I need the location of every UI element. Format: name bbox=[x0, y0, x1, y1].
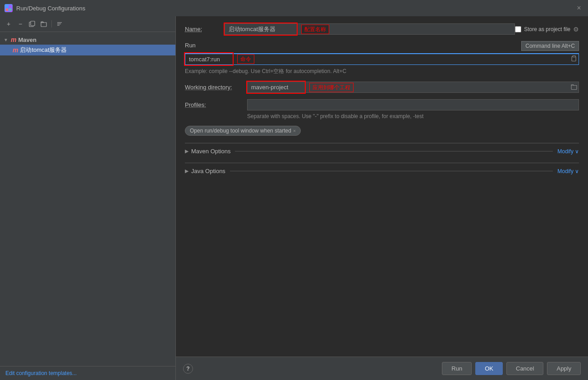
working-dir-row: Working directory: 应用到哪个工程 bbox=[185, 82, 579, 93]
remove-config-button[interactable]: − bbox=[15, 19, 25, 29]
tag-chip-label: Open run/debug tool window when started bbox=[190, 128, 291, 134]
maven-item-icon: m bbox=[13, 46, 18, 54]
command-input-wrap: 命令 bbox=[185, 53, 579, 65]
window-title: Run/Debug Configurations bbox=[16, 5, 85, 12]
java-options-section: ▶ Java Options Modify ∨ bbox=[185, 163, 579, 179]
apply-button[interactable]: Apply bbox=[547, 362, 581, 375]
profiles-hint: Separate with spaces. Use "-" prefix to … bbox=[185, 113, 579, 119]
right-panel: Name: 配置名称 Store as project file ⚙ Run bbox=[176, 16, 588, 380]
run-button[interactable]: Run bbox=[442, 362, 472, 375]
tree-item-tomcat-label: 启动tomcat服务器 bbox=[20, 46, 67, 54]
svg-rect-5 bbox=[31, 21, 35, 26]
java-options-label: Java Options bbox=[191, 168, 225, 174]
svg-rect-0 bbox=[6, 5, 8, 8]
tree-group-maven: ▼ m Maven m 启动tomcat服务器 bbox=[0, 34, 175, 56]
working-dir-input-wrap: 应用到哪个工程 bbox=[247, 82, 579, 93]
working-dir-annotation: 应用到哪个工程 bbox=[309, 82, 354, 92]
app-icon bbox=[5, 4, 13, 12]
tree-item-tomcat[interactable]: m 启动tomcat服务器 bbox=[0, 45, 175, 55]
config-tree: ▼ m Maven m 启动tomcat服务器 bbox=[0, 32, 175, 366]
collapse-chevron-icon: ▶ bbox=[185, 148, 188, 154]
run-section-title: Run bbox=[185, 42, 196, 49]
browse-icon[interactable] bbox=[571, 83, 577, 91]
store-project-row: Store as project file ⚙ bbox=[515, 26, 579, 33]
toolbar: + − bbox=[0, 16, 175, 32]
paste-icon[interactable] bbox=[571, 55, 577, 63]
title-bar: Run/Debug Configurations × bbox=[0, 0, 588, 16]
name-input[interactable] bbox=[225, 23, 515, 35]
ok-button[interactable]: OK bbox=[475, 362, 503, 375]
working-dir-input[interactable] bbox=[247, 82, 579, 93]
name-field-label: Name: bbox=[185, 26, 221, 32]
main-area: + − bbox=[0, 16, 588, 380]
svg-rect-3 bbox=[9, 9, 11, 11]
java-options-modify-button[interactable]: Modify ∨ bbox=[557, 168, 579, 174]
svg-rect-1 bbox=[9, 5, 11, 8]
svg-rect-10 bbox=[573, 56, 575, 57]
working-dir-label: Working directory: bbox=[185, 84, 243, 91]
example-text: Example: compile --debug. Use Ctrl+空格 fo… bbox=[185, 68, 579, 75]
maven-options-header[interactable]: ▶ Maven Options Modify ∨ bbox=[185, 143, 579, 159]
svg-rect-2 bbox=[6, 9, 8, 11]
edit-templates-link[interactable]: Edit configuration templates... bbox=[0, 366, 175, 380]
store-project-checkbox[interactable] bbox=[515, 26, 521, 32]
run-debug-tag-chip: Open run/debug tool window when started … bbox=[185, 126, 301, 136]
profiles-label: Profiles: bbox=[185, 101, 243, 108]
run-section-header: Run Modify options ∨ Alt+M Command line … bbox=[185, 42, 579, 49]
name-annotation: 配置名称 bbox=[301, 24, 329, 34]
help-button[interactable]: ? bbox=[183, 364, 193, 374]
tag-row: Open run/debug tool window when started … bbox=[185, 126, 579, 136]
command-annotation: 命令 bbox=[237, 55, 254, 64]
sort-config-button[interactable] bbox=[55, 19, 64, 29]
chevron-down-icon: ▼ bbox=[4, 37, 9, 42]
java-collapse-chevron-icon: ▶ bbox=[185, 168, 188, 174]
dropdown-hint-box: Command line Alt+C bbox=[521, 41, 579, 51]
java-options-header[interactable]: ▶ Java Options Modify ∨ bbox=[185, 163, 579, 179]
copy-config-button[interactable] bbox=[27, 19, 37, 29]
tree-group-maven-label: Maven bbox=[18, 37, 36, 43]
maven-options-label: Maven Options bbox=[191, 148, 230, 155]
maven-options-modify-button[interactable]: Modify ∨ bbox=[557, 148, 579, 155]
left-panel: + − bbox=[0, 16, 176, 380]
store-project-label: Store as project file bbox=[524, 26, 570, 32]
bottom-buttons: Run OK Cancel Apply bbox=[442, 362, 581, 375]
close-button[interactable]: × bbox=[574, 4, 583, 13]
maven-group-icon: m bbox=[11, 36, 16, 43]
add-config-button[interactable]: + bbox=[4, 19, 14, 29]
maven-options-section: ▶ Maven Options Modify ∨ bbox=[185, 143, 579, 159]
tree-group-maven-header[interactable]: ▼ m Maven bbox=[0, 35, 175, 45]
cancel-button[interactable]: Cancel bbox=[506, 362, 543, 375]
bottom-bar: ? Run OK Cancel Apply bbox=[176, 357, 588, 380]
config-area: Name: 配置名称 Store as project file ⚙ Run bbox=[176, 16, 588, 357]
folder-config-button[interactable] bbox=[39, 19, 49, 29]
tag-chip-close-button[interactable]: × bbox=[293, 128, 296, 133]
profiles-row: Profiles: bbox=[185, 99, 579, 110]
name-row: Name: 配置名称 Store as project file ⚙ bbox=[185, 23, 579, 35]
store-project-gear-icon[interactable]: ⚙ bbox=[573, 26, 579, 33]
command-row: 命令 bbox=[185, 53, 579, 65]
profiles-input[interactable] bbox=[247, 99, 579, 110]
